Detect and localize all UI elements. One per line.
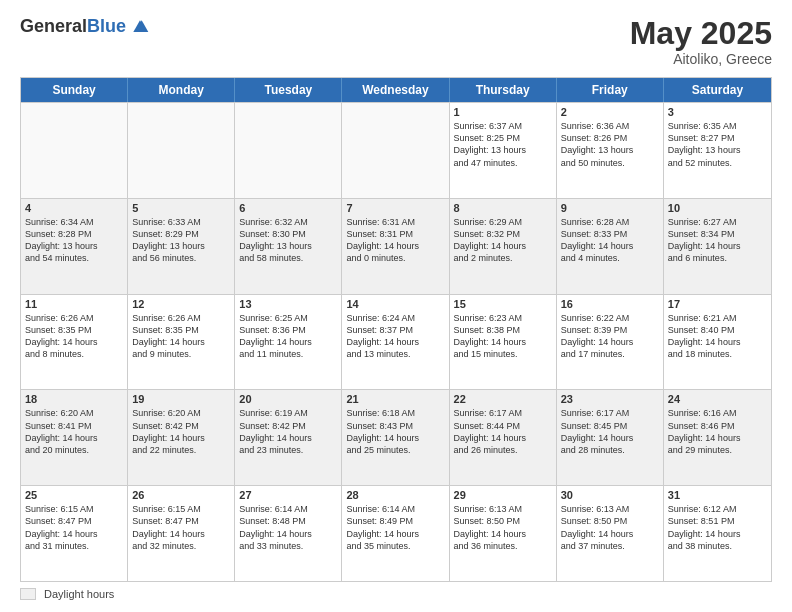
header-day-wednesday: Wednesday	[342, 78, 449, 102]
calendar-week-3: 11Sunrise: 6:26 AM Sunset: 8:35 PM Dayli…	[21, 294, 771, 390]
day-number: 24	[668, 393, 767, 405]
cell-info: Sunrise: 6:28 AM Sunset: 8:33 PM Dayligh…	[561, 216, 659, 265]
calendar-cell-17: 17Sunrise: 6:21 AM Sunset: 8:40 PM Dayli…	[664, 295, 771, 390]
calendar-cell-24: 24Sunrise: 6:16 AM Sunset: 8:46 PM Dayli…	[664, 390, 771, 485]
calendar-cell-29: 29Sunrise: 6:13 AM Sunset: 8:50 PM Dayli…	[450, 486, 557, 581]
day-number: 26	[132, 489, 230, 501]
cell-info: Sunrise: 6:27 AM Sunset: 8:34 PM Dayligh…	[668, 216, 767, 265]
calendar-cell-20: 20Sunrise: 6:19 AM Sunset: 8:42 PM Dayli…	[235, 390, 342, 485]
cell-info: Sunrise: 6:21 AM Sunset: 8:40 PM Dayligh…	[668, 312, 767, 361]
calendar-cell-13: 13Sunrise: 6:25 AM Sunset: 8:36 PM Dayli…	[235, 295, 342, 390]
header-day-sunday: Sunday	[21, 78, 128, 102]
cell-info: Sunrise: 6:13 AM Sunset: 8:50 PM Dayligh…	[454, 503, 552, 552]
day-number: 10	[668, 202, 767, 214]
calendar-cell-empty-0-0	[21, 103, 128, 198]
calendar-cell-empty-0-3	[342, 103, 449, 198]
month-title: May 2025	[630, 16, 772, 51]
calendar-cell-28: 28Sunrise: 6:14 AM Sunset: 8:49 PM Dayli…	[342, 486, 449, 581]
calendar-cell-12: 12Sunrise: 6:26 AM Sunset: 8:35 PM Dayli…	[128, 295, 235, 390]
cell-info: Sunrise: 6:22 AM Sunset: 8:39 PM Dayligh…	[561, 312, 659, 361]
header-day-friday: Friday	[557, 78, 664, 102]
day-number: 30	[561, 489, 659, 501]
day-number: 28	[346, 489, 444, 501]
calendar-cell-6: 6Sunrise: 6:32 AM Sunset: 8:30 PM Daylig…	[235, 199, 342, 294]
legend-label: Daylight hours	[44, 588, 114, 600]
calendar-cell-21: 21Sunrise: 6:18 AM Sunset: 8:43 PM Dayli…	[342, 390, 449, 485]
calendar-cell-18: 18Sunrise: 6:20 AM Sunset: 8:41 PM Dayli…	[21, 390, 128, 485]
header-day-saturday: Saturday	[664, 78, 771, 102]
header-day-thursday: Thursday	[450, 78, 557, 102]
calendar-body: 1Sunrise: 6:37 AM Sunset: 8:25 PM Daylig…	[21, 102, 771, 581]
cell-info: Sunrise: 6:33 AM Sunset: 8:29 PM Dayligh…	[132, 216, 230, 265]
calendar-cell-31: 31Sunrise: 6:12 AM Sunset: 8:51 PM Dayli…	[664, 486, 771, 581]
cell-info: Sunrise: 6:25 AM Sunset: 8:36 PM Dayligh…	[239, 312, 337, 361]
cell-info: Sunrise: 6:31 AM Sunset: 8:31 PM Dayligh…	[346, 216, 444, 265]
calendar-cell-10: 10Sunrise: 6:27 AM Sunset: 8:34 PM Dayli…	[664, 199, 771, 294]
calendar: SundayMondayTuesdayWednesdayThursdayFrid…	[20, 77, 772, 582]
day-number: 22	[454, 393, 552, 405]
day-number: 8	[454, 202, 552, 214]
header: GeneralBlue May 2025 Aitoliko, Greece	[20, 16, 772, 67]
cell-info: Sunrise: 6:20 AM Sunset: 8:42 PM Dayligh…	[132, 407, 230, 456]
cell-info: Sunrise: 6:32 AM Sunset: 8:30 PM Dayligh…	[239, 216, 337, 265]
cell-info: Sunrise: 6:37 AM Sunset: 8:25 PM Dayligh…	[454, 120, 552, 169]
day-number: 29	[454, 489, 552, 501]
calendar-week-4: 18Sunrise: 6:20 AM Sunset: 8:41 PM Dayli…	[21, 389, 771, 485]
calendar-cell-22: 22Sunrise: 6:17 AM Sunset: 8:44 PM Dayli…	[450, 390, 557, 485]
calendar-cell-2: 2Sunrise: 6:36 AM Sunset: 8:26 PM Daylig…	[557, 103, 664, 198]
cell-info: Sunrise: 6:35 AM Sunset: 8:27 PM Dayligh…	[668, 120, 767, 169]
cell-info: Sunrise: 6:14 AM Sunset: 8:49 PM Dayligh…	[346, 503, 444, 552]
location: Aitoliko, Greece	[630, 51, 772, 67]
cell-info: Sunrise: 6:16 AM Sunset: 8:46 PM Dayligh…	[668, 407, 767, 456]
title-block: May 2025 Aitoliko, Greece	[630, 16, 772, 67]
day-number: 5	[132, 202, 230, 214]
calendar-cell-1: 1Sunrise: 6:37 AM Sunset: 8:25 PM Daylig…	[450, 103, 557, 198]
calendar-cell-5: 5Sunrise: 6:33 AM Sunset: 8:29 PM Daylig…	[128, 199, 235, 294]
day-number: 12	[132, 298, 230, 310]
day-number: 18	[25, 393, 123, 405]
day-number: 20	[239, 393, 337, 405]
logo-icon	[130, 17, 150, 37]
day-number: 9	[561, 202, 659, 214]
cell-info: Sunrise: 6:17 AM Sunset: 8:44 PM Dayligh…	[454, 407, 552, 456]
cell-info: Sunrise: 6:12 AM Sunset: 8:51 PM Dayligh…	[668, 503, 767, 552]
calendar-cell-27: 27Sunrise: 6:14 AM Sunset: 8:48 PM Dayli…	[235, 486, 342, 581]
day-number: 15	[454, 298, 552, 310]
day-number: 16	[561, 298, 659, 310]
calendar-cell-7: 7Sunrise: 6:31 AM Sunset: 8:31 PM Daylig…	[342, 199, 449, 294]
calendar-cell-empty-0-1	[128, 103, 235, 198]
day-number: 4	[25, 202, 123, 214]
calendar-week-2: 4Sunrise: 6:34 AM Sunset: 8:28 PM Daylig…	[21, 198, 771, 294]
calendar-cell-8: 8Sunrise: 6:29 AM Sunset: 8:32 PM Daylig…	[450, 199, 557, 294]
logo: GeneralBlue	[20, 16, 150, 37]
cell-info: Sunrise: 6:29 AM Sunset: 8:32 PM Dayligh…	[454, 216, 552, 265]
calendar-week-1: 1Sunrise: 6:37 AM Sunset: 8:25 PM Daylig…	[21, 102, 771, 198]
calendar-cell-25: 25Sunrise: 6:15 AM Sunset: 8:47 PM Dayli…	[21, 486, 128, 581]
day-number: 19	[132, 393, 230, 405]
calendar-cell-15: 15Sunrise: 6:23 AM Sunset: 8:38 PM Dayli…	[450, 295, 557, 390]
day-number: 6	[239, 202, 337, 214]
cell-info: Sunrise: 6:14 AM Sunset: 8:48 PM Dayligh…	[239, 503, 337, 552]
logo-general-text: General	[20, 16, 87, 36]
calendar-cell-23: 23Sunrise: 6:17 AM Sunset: 8:45 PM Dayli…	[557, 390, 664, 485]
legend-box	[20, 588, 36, 600]
cell-info: Sunrise: 6:20 AM Sunset: 8:41 PM Dayligh…	[25, 407, 123, 456]
day-number: 23	[561, 393, 659, 405]
header-day-monday: Monday	[128, 78, 235, 102]
calendar-cell-14: 14Sunrise: 6:24 AM Sunset: 8:37 PM Dayli…	[342, 295, 449, 390]
day-number: 31	[668, 489, 767, 501]
cell-info: Sunrise: 6:34 AM Sunset: 8:28 PM Dayligh…	[25, 216, 123, 265]
calendar-cell-9: 9Sunrise: 6:28 AM Sunset: 8:33 PM Daylig…	[557, 199, 664, 294]
calendar-cell-4: 4Sunrise: 6:34 AM Sunset: 8:28 PM Daylig…	[21, 199, 128, 294]
calendar-week-5: 25Sunrise: 6:15 AM Sunset: 8:47 PM Dayli…	[21, 485, 771, 581]
day-number: 3	[668, 106, 767, 118]
calendar-header: SundayMondayTuesdayWednesdayThursdayFrid…	[21, 78, 771, 102]
calendar-cell-16: 16Sunrise: 6:22 AM Sunset: 8:39 PM Dayli…	[557, 295, 664, 390]
calendar-cell-19: 19Sunrise: 6:20 AM Sunset: 8:42 PM Dayli…	[128, 390, 235, 485]
day-number: 17	[668, 298, 767, 310]
legend: Daylight hours	[20, 588, 772, 600]
calendar-cell-11: 11Sunrise: 6:26 AM Sunset: 8:35 PM Dayli…	[21, 295, 128, 390]
cell-info: Sunrise: 6:19 AM Sunset: 8:42 PM Dayligh…	[239, 407, 337, 456]
cell-info: Sunrise: 6:24 AM Sunset: 8:37 PM Dayligh…	[346, 312, 444, 361]
day-number: 21	[346, 393, 444, 405]
